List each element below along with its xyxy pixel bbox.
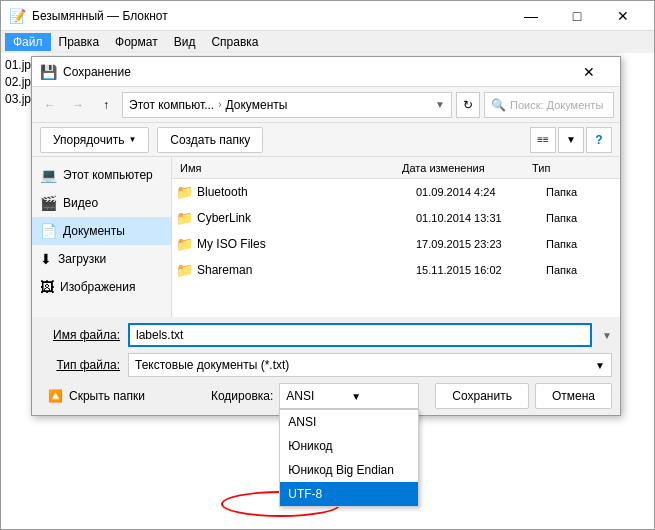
- organize-chevron-icon: ▼: [128, 135, 136, 144]
- view-list-button[interactable]: ≡≡: [530, 127, 556, 153]
- filetype-label: Тип файла:: [40, 358, 120, 372]
- notepad-icon: 📝: [9, 8, 26, 24]
- dialog-close-button[interactable]: ✕: [566, 57, 612, 87]
- minimize-button[interactable]: —: [508, 1, 554, 31]
- new-folder-button[interactable]: Создать папку: [157, 127, 263, 153]
- filetype-display[interactable]: Текстовые документы (*.txt) ▼: [128, 353, 612, 377]
- hide-folders-icon: 🔼: [48, 389, 63, 403]
- file-row[interactable]: 📁 Shareman 15.11.2015 16:02 Папка: [172, 257, 620, 283]
- up-button[interactable]: ↑: [94, 93, 118, 117]
- encoding-option-unicode[interactable]: Юникод: [280, 434, 418, 458]
- encoding-dropdown: ANSI Юникод Юникод Big Endian UTF-8: [279, 409, 419, 507]
- dialog-main-area: 💻 Этот компьютер 🎬 Видео 📄 Документы ⬇ З…: [32, 157, 620, 317]
- encoding-selector[interactable]: ANSI ▼ ANSI Юникод Юникод Big Endian UTF…: [279, 383, 419, 409]
- folder-icon: 📁: [176, 210, 193, 226]
- column-name-header[interactable]: Имя: [176, 162, 402, 174]
- file-name: My ISO Files: [197, 237, 416, 251]
- dialog-title-bar: 💾 Сохранение ✕: [32, 57, 620, 87]
- sidebar-item-downloads[interactable]: ⬇ Загрузки: [32, 245, 171, 273]
- save-button[interactable]: Сохранить: [435, 383, 529, 409]
- encoding-option-ansi[interactable]: ANSI: [280, 410, 418, 434]
- menu-view[interactable]: Вид: [166, 33, 204, 51]
- dialog-action-buttons: Сохранить Отмена: [435, 383, 612, 409]
- file-date: 17.09.2015 23:23: [416, 238, 546, 250]
- filetype-row: Тип файла: Текстовые документы (*.txt) ▼: [40, 353, 612, 377]
- file-list-container: Имя Дата изменения Тип 📁 Bluetooth 01.09…: [172, 157, 620, 317]
- folder-sidebar: 💻 Этот компьютер 🎬 Видео 📄 Документы ⬇ З…: [32, 157, 172, 317]
- view-options-button[interactable]: ▼: [558, 127, 584, 153]
- computer-icon: 💻: [40, 167, 57, 183]
- videos-icon: 🎬: [40, 195, 57, 211]
- menu-bar: Файл Правка Формат Вид Справка: [1, 31, 654, 53]
- file-date: 01.09.2014 4:24: [416, 186, 546, 198]
- file-name: Shareman: [197, 263, 416, 277]
- address-separator: ›: [218, 99, 221, 110]
- back-button[interactable]: ←: [38, 93, 62, 117]
- sidebar-item-documents[interactable]: 📄 Документы: [32, 217, 171, 245]
- file-name: CyberLink: [197, 211, 416, 225]
- folder-icon: 📁: [176, 236, 193, 252]
- documents-icon: 📄: [40, 223, 57, 239]
- filename-label: Имя файла:: [40, 328, 120, 342]
- sidebar-item-label: Загрузки: [58, 252, 106, 266]
- column-date-header[interactable]: Дата изменения: [402, 162, 532, 174]
- encoding-option-unicode-big[interactable]: Юникод Big Endian: [280, 458, 418, 482]
- menu-file[interactable]: Файл: [5, 33, 51, 51]
- encoding-current-value: ANSI: [286, 389, 347, 403]
- file-row[interactable]: 📁 CyberLink 01.10.2014 13:31 Папка: [172, 205, 620, 231]
- dialog-title: Сохранение: [63, 65, 131, 79]
- save-dialog: 💾 Сохранение ✕ ← → ↑ Этот компьют... › Д…: [31, 56, 621, 416]
- address-bar[interactable]: Этот компьют... › Документы ▼: [122, 92, 452, 118]
- encoding-label: Кодировка:: [211, 389, 273, 403]
- folder-icon: 📁: [176, 184, 193, 200]
- refresh-button[interactable]: ↻: [456, 92, 480, 118]
- filename-input[interactable]: [128, 323, 592, 347]
- filename-row: Имя файла: ▼: [40, 323, 612, 347]
- encoding-option-utf8[interactable]: UTF-8: [280, 482, 418, 506]
- maximize-button[interactable]: □: [554, 1, 600, 31]
- help-button[interactable]: ?: [586, 127, 612, 153]
- back-icon: ←: [44, 98, 56, 112]
- sidebar-item-label: Этот компьютер: [63, 168, 153, 182]
- forward-button[interactable]: →: [66, 93, 90, 117]
- sidebar-item-images[interactable]: 🖼 Изображения: [32, 273, 171, 301]
- file-row[interactable]: 📁 Bluetooth 01.09.2014 4:24 Папка: [172, 179, 620, 205]
- sidebar-item-computer[interactable]: 💻 Этот компьютер: [32, 161, 171, 189]
- footer-bottom-row: 🔼 Скрыть папки Кодировка: ANSI ▼ ANSI Юн…: [40, 383, 612, 409]
- menu-edit[interactable]: Правка: [51, 33, 108, 51]
- file-type: Папка: [546, 264, 616, 276]
- encoding-display[interactable]: ANSI ▼: [279, 383, 419, 409]
- window-controls: — □ ✕: [508, 1, 646, 31]
- downloads-icon: ⬇: [40, 251, 52, 267]
- sidebar-item-label: Документы: [63, 224, 125, 238]
- address-chevron-icon: ▼: [435, 99, 445, 110]
- file-date: 01.10.2014 13:31: [416, 212, 546, 224]
- view-chevron-icon: ▼: [566, 134, 576, 145]
- dialog-icon: 💾: [40, 64, 57, 80]
- dialog-toolbar: ← → ↑ Этот компьют... › Документы ▼ ↻ 🔍 …: [32, 87, 620, 123]
- sidebar-item-videos[interactable]: 🎬 Видео: [32, 189, 171, 217]
- file-type: Папка: [546, 238, 616, 250]
- organize-button[interactable]: Упорядочить ▼: [40, 127, 149, 153]
- file-name: Bluetooth: [197, 185, 416, 199]
- menu-help[interactable]: Справка: [203, 33, 266, 51]
- file-row[interactable]: 📁 My ISO Files 17.09.2015 23:23 Папка: [172, 231, 620, 257]
- file-list: 📁 Bluetooth 01.09.2014 4:24 Папка 📁 Cybe…: [172, 179, 620, 317]
- search-bar[interactable]: 🔍 Поиск: Документы: [484, 92, 614, 118]
- dialog-actions-bar: Упорядочить ▼ Создать папку ≡≡ ▼ ?: [32, 123, 620, 157]
- file-type: Папка: [546, 212, 616, 224]
- up-icon: ↑: [103, 98, 109, 112]
- file-list-header: Имя Дата изменения Тип: [172, 157, 620, 179]
- hide-folders-button[interactable]: 🔼 Скрыть папки: [40, 383, 153, 409]
- search-icon: 🔍: [491, 98, 506, 112]
- refresh-icon: ↻: [463, 98, 473, 112]
- filename-chevron-icon: ▼: [602, 330, 612, 341]
- sidebar-item-label: Видео: [63, 196, 98, 210]
- menu-format[interactable]: Формат: [107, 33, 166, 51]
- column-type-header[interactable]: Тип: [532, 162, 602, 174]
- cancel-button[interactable]: Отмена: [535, 383, 612, 409]
- close-button[interactable]: ✕: [600, 1, 646, 31]
- sidebar-item-label: Изображения: [60, 280, 135, 294]
- hide-folders-label: Скрыть папки: [69, 389, 145, 403]
- notepad-title: Безымянный — Блокнот: [32, 9, 168, 23]
